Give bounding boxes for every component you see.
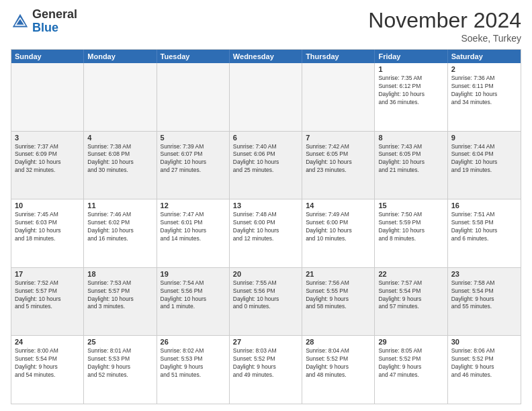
day-number: 3 [15, 134, 80, 142]
day-number: 29 [378, 338, 443, 346]
day-number: 5 [161, 134, 226, 142]
day-cell-1: 1Sunrise: 7:35 AMSunset: 6:12 PMDaylight… [375, 63, 447, 131]
day-number: 2 [451, 65, 517, 73]
day-cell-8: 8Sunrise: 7:43 AMSunset: 6:05 PMDaylight… [375, 132, 447, 199]
day-cell-7: 7Sunrise: 7:42 AMSunset: 6:05 PMDaylight… [302, 132, 375, 199]
day-cell-15: 15Sunrise: 7:50 AMSunset: 5:59 PMDayligh… [375, 199, 447, 267]
day-number: 22 [378, 270, 443, 278]
day-info: Sunrise: 8:02 AMSunset: 5:53 PMDaylight:… [161, 347, 226, 379]
day-info: Sunrise: 7:46 AMSunset: 6:02 PMDaylight:… [87, 211, 152, 243]
empty-cell [11, 63, 84, 131]
day-info: Sunrise: 7:47 AMSunset: 6:01 PMDaylight:… [161, 211, 226, 243]
day-cell-17: 17Sunrise: 7:52 AMSunset: 5:57 PMDayligh… [11, 268, 84, 336]
day-cell-23: 23Sunrise: 7:58 AMSunset: 5:54 PMDayligh… [448, 268, 521, 336]
day-info: Sunrise: 7:40 AMSunset: 6:06 PMDaylight:… [233, 143, 298, 175]
day-info: Sunrise: 8:04 AMSunset: 5:52 PMDaylight:… [306, 347, 371, 379]
calendar-header: SundayMondayTuesdayWednesdayThursdayFrid… [11, 50, 521, 63]
day-cell-21: 21Sunrise: 7:56 AMSunset: 5:55 PMDayligh… [302, 268, 375, 336]
day-cell-9: 9Sunrise: 7:44 AMSunset: 6:04 PMDaylight… [448, 132, 521, 199]
day-number: 15 [378, 201, 443, 210]
day-number: 8 [378, 134, 443, 142]
calendar-row-3: 10Sunrise: 7:45 AMSunset: 6:03 PMDayligh… [11, 199, 521, 268]
day-info: Sunrise: 7:55 AMSunset: 5:56 PMDaylight:… [233, 279, 298, 312]
day-number: 18 [87, 270, 152, 278]
day-cell-13: 13Sunrise: 7:48 AMSunset: 6:00 PMDayligh… [230, 199, 302, 267]
header-day-thursday: Thursday [302, 50, 375, 63]
day-cell-16: 16Sunrise: 7:51 AMSunset: 5:58 PMDayligh… [448, 199, 521, 267]
calendar-row-5: 24Sunrise: 8:00 AMSunset: 5:54 PMDayligh… [11, 336, 521, 404]
header-day-monday: Monday [84, 50, 157, 63]
calendar-body: 1Sunrise: 7:35 AMSunset: 6:12 PMDaylight… [11, 63, 521, 404]
day-info: Sunrise: 7:54 AMSunset: 5:56 PMDaylight:… [161, 279, 226, 312]
day-number: 21 [306, 270, 371, 278]
day-info: Sunrise: 7:43 AMSunset: 6:05 PMDaylight:… [378, 143, 443, 175]
day-cell-6: 6Sunrise: 7:40 AMSunset: 6:06 PMDaylight… [230, 132, 302, 199]
day-info: Sunrise: 7:35 AMSunset: 6:12 PMDaylight:… [378, 75, 443, 107]
day-info: Sunrise: 7:51 AMSunset: 5:58 PMDaylight:… [451, 211, 517, 243]
day-info: Sunrise: 7:44 AMSunset: 6:04 PMDaylight:… [451, 143, 517, 175]
day-info: Sunrise: 7:38 AMSunset: 6:08 PMDaylight:… [87, 143, 152, 175]
day-number: 23 [451, 270, 517, 278]
day-number: 28 [306, 338, 371, 346]
calendar-row-2: 3Sunrise: 7:37 AMSunset: 6:09 PMDaylight… [11, 132, 521, 200]
calendar-row-4: 17Sunrise: 7:52 AMSunset: 5:57 PMDayligh… [11, 268, 521, 336]
day-cell-19: 19Sunrise: 7:54 AMSunset: 5:56 PMDayligh… [157, 268, 230, 336]
day-info: Sunrise: 7:53 AMSunset: 5:57 PMDaylight:… [87, 279, 152, 312]
header-day-wednesday: Wednesday [230, 50, 302, 63]
day-cell-2: 2Sunrise: 7:36 AMSunset: 6:11 PMDaylight… [448, 63, 521, 131]
logo-icon [11, 12, 30, 31]
day-number: 20 [233, 270, 298, 278]
header-day-friday: Friday [375, 50, 447, 63]
day-cell-18: 18Sunrise: 7:53 AMSunset: 5:57 PMDayligh… [84, 268, 157, 336]
day-cell-26: 26Sunrise: 8:02 AMSunset: 5:53 PMDayligh… [157, 336, 230, 404]
month-title: November 2024 [368, 8, 521, 33]
day-cell-3: 3Sunrise: 7:37 AMSunset: 6:09 PMDaylight… [11, 132, 84, 199]
day-number: 24 [15, 338, 80, 346]
day-cell-24: 24Sunrise: 8:00 AMSunset: 5:54 PMDayligh… [11, 336, 84, 404]
day-info: Sunrise: 7:45 AMSunset: 6:03 PMDaylight:… [15, 211, 80, 243]
page: General Blue November 2024 Soeke, Turkey… [0, 0, 532, 411]
day-info: Sunrise: 7:56 AMSunset: 5:55 PMDaylight:… [306, 279, 371, 312]
day-cell-22: 22Sunrise: 7:57 AMSunset: 5:54 PMDayligh… [375, 268, 447, 336]
day-cell-12: 12Sunrise: 7:47 AMSunset: 6:01 PMDayligh… [157, 199, 230, 267]
logo-text: General Blue [32, 8, 77, 35]
day-number: 6 [233, 134, 298, 142]
day-number: 17 [15, 270, 80, 278]
day-cell-20: 20Sunrise: 7:55 AMSunset: 5:56 PMDayligh… [230, 268, 302, 336]
day-info: Sunrise: 8:06 AMSunset: 5:52 PMDaylight:… [451, 347, 517, 379]
empty-cell [84, 63, 157, 131]
header-day-tuesday: Tuesday [157, 50, 230, 63]
day-info: Sunrise: 8:01 AMSunset: 5:53 PMDaylight:… [87, 347, 152, 379]
calendar-row-1: 1Sunrise: 7:35 AMSunset: 6:12 PMDaylight… [11, 63, 521, 132]
day-info: Sunrise: 7:58 AMSunset: 5:54 PMDaylight:… [451, 279, 517, 312]
day-cell-28: 28Sunrise: 8:04 AMSunset: 5:52 PMDayligh… [302, 336, 375, 404]
day-number: 16 [451, 201, 517, 210]
day-number: 11 [87, 201, 152, 210]
day-cell-10: 10Sunrise: 7:45 AMSunset: 6:03 PMDayligh… [11, 199, 84, 267]
logo-general: General [32, 7, 77, 21]
day-info: Sunrise: 7:57 AMSunset: 5:54 PMDaylight:… [378, 279, 443, 312]
day-number: 19 [161, 270, 226, 278]
day-info: Sunrise: 8:05 AMSunset: 5:52 PMDaylight:… [378, 347, 443, 379]
day-number: 30 [451, 338, 517, 346]
day-number: 9 [451, 134, 517, 142]
day-info: Sunrise: 7:42 AMSunset: 6:05 PMDaylight:… [306, 143, 371, 175]
day-info: Sunrise: 8:03 AMSunset: 5:52 PMDaylight:… [233, 347, 298, 379]
day-number: 7 [306, 134, 371, 142]
day-number: 26 [161, 338, 226, 346]
header-day-saturday: Saturday [448, 50, 521, 63]
day-number: 1 [378, 65, 443, 73]
day-cell-5: 5Sunrise: 7:39 AMSunset: 6:07 PMDaylight… [157, 132, 230, 199]
day-number: 4 [87, 134, 152, 142]
logo: General Blue [11, 8, 77, 35]
day-info: Sunrise: 7:36 AMSunset: 6:11 PMDaylight:… [451, 75, 517, 107]
empty-cell [230, 63, 302, 131]
day-info: Sunrise: 7:39 AMSunset: 6:07 PMDaylight:… [161, 143, 226, 175]
day-info: Sunrise: 7:37 AMSunset: 6:09 PMDaylight:… [15, 143, 80, 175]
day-cell-30: 30Sunrise: 8:06 AMSunset: 5:52 PMDayligh… [448, 336, 521, 404]
day-number: 27 [233, 338, 298, 346]
day-cell-27: 27Sunrise: 8:03 AMSunset: 5:52 PMDayligh… [230, 336, 302, 404]
day-cell-4: 4Sunrise: 7:38 AMSunset: 6:08 PMDaylight… [84, 132, 157, 199]
empty-cell [157, 63, 230, 131]
location: Soeke, Turkey [368, 33, 521, 44]
